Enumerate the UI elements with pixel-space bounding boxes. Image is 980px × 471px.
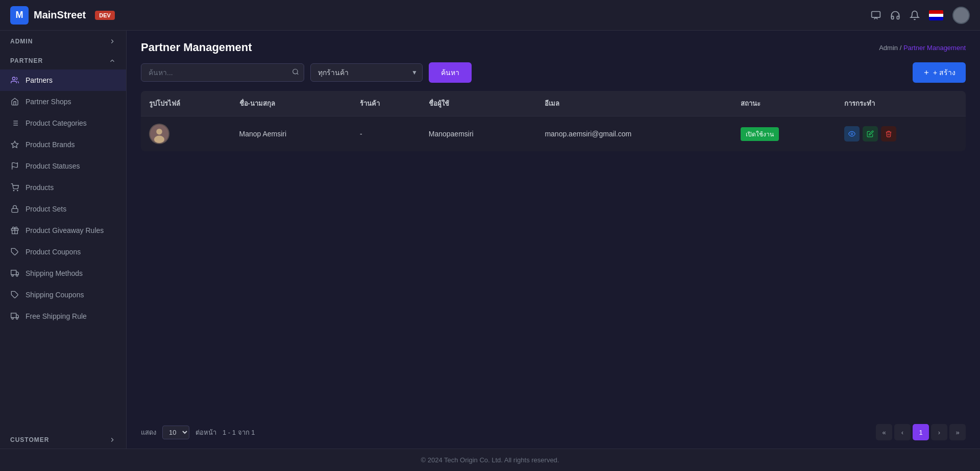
page-next-button[interactable]: › [931, 424, 947, 440]
sidebar-item-partners[interactable]: Partners [0, 69, 126, 91]
sidebar-item-label-product-coupons: Product Coupons [26, 248, 81, 256]
content-header: Partner Management Admin / Partner Manag… [127, 31, 980, 62]
logo-letter: M [16, 10, 23, 20]
cell-actions [836, 116, 966, 152]
headset-icon-button[interactable] [890, 10, 900, 20]
nav-icons [871, 7, 970, 24]
status-badge: เปิดใช้งาน [741, 127, 779, 141]
sidebar-item-label-partners: Partners [26, 76, 53, 84]
delete-button[interactable] [881, 126, 896, 142]
page-1-button[interactable]: 1 [913, 424, 929, 440]
svg-rect-12 [12, 208, 18, 212]
svg-point-30 [156, 129, 162, 135]
cell-shop: - [352, 116, 421, 152]
svg-point-1 [12, 77, 15, 80]
bell-icon-button[interactable] [910, 10, 920, 20]
search-input[interactable] [141, 63, 304, 82]
dev-badge: DEV [95, 11, 115, 20]
main-layout: ADMIN PARTNER Partners [0, 31, 980, 449]
customer-section-label: CUSTOMER [10, 436, 49, 443]
col-avatar: รูปโปรไฟล์ [141, 91, 231, 116]
per-page-select[interactable]: 10 25 50 [162, 426, 189, 439]
svg-marker-22 [16, 315, 19, 317]
sidebar-item-product-coupons[interactable]: Product Coupons [0, 241, 126, 263]
svg-point-10 [13, 190, 14, 191]
page-number: 1 [919, 429, 922, 436]
sidebar-item-label-shipping-coupons: Shipping Coupons [26, 291, 84, 299]
product-coupons-icon [10, 247, 19, 256]
avatar [149, 124, 169, 144]
sidebar-item-label-shipping-methods: Shipping Methods [26, 269, 83, 277]
store-select-wrapper: ทุกร้านค้า ▼ [310, 63, 423, 82]
shipping-methods-icon [10, 269, 19, 278]
table-header-row: รูปโปรไฟล์ ชื่อ-นามสกุล ร้านค้า ชื่อผู้ใ… [141, 91, 966, 116]
table-container: รูปโปรไฟล์ ชื่อ-นามสกุล ร้านค้า ชื่อผู้ใ… [127, 91, 980, 416]
col-status: สถานะ [732, 91, 836, 116]
product-sets-icon [10, 204, 19, 214]
customer-section-header[interactable]: CUSTOMER [0, 429, 126, 449]
breadcrumb: Admin / Partner Management [879, 44, 966, 52]
store-select[interactable]: ทุกร้านค้า [310, 63, 423, 82]
sidebar-item-free-shipping-rule[interactable]: Free Shipping Rule [0, 305, 126, 327]
col-actions: การกระทำ [836, 91, 966, 116]
partners-table: รูปโปรไฟล์ ชื่อ-นามสกุล ร้านค้า ชื่อผู้ใ… [141, 91, 966, 151]
products-icon [10, 183, 19, 192]
table-row: Manop Aemsiri - Manopaemsiri manop.aemsi… [141, 116, 966, 152]
sidebar-item-label-product-categories: Product Categories [26, 119, 87, 127]
sidebar-item-partner-shops[interactable]: Partner Shops [0, 91, 126, 112]
col-username: ชื่อผู้ใช้ [421, 91, 537, 116]
svg-point-11 [17, 190, 18, 191]
flag-icon[interactable] [929, 10, 943, 20]
create-button[interactable]: + สร้าง [913, 62, 966, 83]
svg-line-26 [297, 73, 299, 75]
content-area: Partner Management Admin / Partner Manag… [127, 31, 980, 449]
admin-section-label: ADMIN [10, 38, 33, 45]
admin-section-header[interactable]: ADMIN [0, 31, 126, 50]
svg-point-23 [12, 318, 13, 319]
chat-icon-button[interactable] [871, 10, 881, 20]
sidebar-item-product-brands[interactable]: Product Brands [0, 134, 126, 155]
page-last-button[interactable]: » [949, 424, 966, 440]
col-shop: ร้านค้า [352, 91, 421, 116]
search-icon-button[interactable] [292, 68, 299, 77]
svg-point-32 [851, 133, 853, 135]
breadcrumb-current[interactable]: Partner Management [903, 44, 966, 52]
view-button[interactable] [844, 126, 860, 142]
breadcrumb-parent: Admin [879, 44, 898, 52]
pagination-bar: แสดง 10 25 50 ต่อหน้า 1 - 1 จาก 1 « ‹ 1 … [127, 416, 980, 449]
svg-marker-17 [16, 272, 19, 274]
search-button[interactable]: ค้นหา [429, 62, 472, 83]
product-categories-icon [10, 119, 19, 128]
cell-name: Manop Aemsiri [231, 116, 352, 152]
sidebar-item-label-product-statuses: Product Statuses [26, 162, 80, 170]
sidebar-item-shipping-coupons[interactable]: Shipping Coupons [0, 284, 126, 305]
sidebar-item-shipping-methods[interactable]: Shipping Methods [0, 263, 126, 284]
product-brands-icon [10, 140, 19, 149]
page-first-button[interactable]: « [876, 424, 892, 440]
sidebar-item-products[interactable]: Products [0, 177, 126, 198]
logo-area: M MainStreet DEV [10, 6, 115, 25]
cell-email: manop.aemsiri@gmail.com [536, 116, 732, 152]
svg-marker-8 [11, 141, 18, 148]
sidebar-item-product-statuses[interactable]: Product Statuses [0, 155, 126, 177]
cell-status: เปิดใช้งาน [732, 116, 836, 152]
per-page-label: ต่อหน้า [195, 427, 216, 438]
search-wrapper [141, 63, 304, 82]
user-avatar[interactable] [952, 7, 970, 24]
sidebar-item-product-giveaway-rules[interactable]: Product Giveaway Rules [0, 220, 126, 241]
cell-avatar [141, 116, 231, 152]
sidebar: ADMIN PARTNER Partners [0, 31, 127, 449]
svg-rect-21 [11, 313, 16, 318]
sidebar-item-product-sets[interactable]: Product Sets [0, 198, 126, 220]
sidebar-item-label-product-brands: Product Brands [26, 140, 75, 149]
page-title: Partner Management [141, 41, 252, 54]
page-nav-buttons: « ‹ 1 › » [876, 424, 966, 440]
logo-text: MainStreet [34, 9, 86, 21]
edit-button[interactable] [863, 126, 878, 142]
sidebar-item-label-free-shipping-rule: Free Shipping Rule [26, 312, 87, 320]
sidebar-item-product-categories[interactable]: Product Categories [0, 112, 126, 134]
page-prev-button[interactable]: ‹ [894, 424, 911, 440]
product-statuses-icon [10, 161, 19, 171]
sidebar-item-label-product-giveaway-rules: Product Giveaway Rules [26, 226, 104, 234]
partner-section-header[interactable]: PARTNER [0, 50, 126, 69]
